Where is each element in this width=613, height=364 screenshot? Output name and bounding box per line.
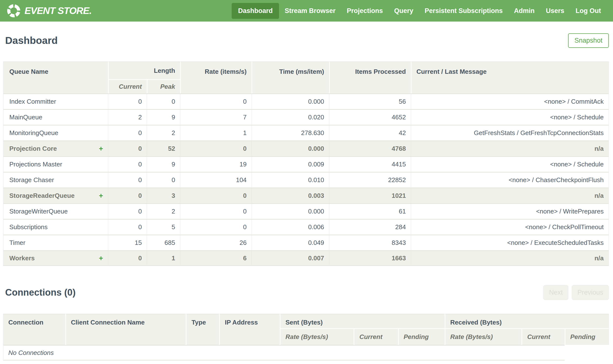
col-sent-bytes: Sent (Bytes) <box>280 314 445 329</box>
col-ip-address: IP Address <box>219 314 280 345</box>
col-client-connection-name: Client Connection Name <box>65 314 186 345</box>
queue-current: 15 <box>108 234 147 250</box>
queue-peak: 1 <box>147 250 180 266</box>
queue-items-processed: 1663 <box>329 250 411 266</box>
queue-name-label: Projection Core <box>9 145 57 153</box>
queue-time: 0.000 <box>252 203 329 219</box>
queue-message: <none> / CheckPollTimeout <box>411 219 609 234</box>
expand-projection-core-button[interactable]: + <box>99 145 103 152</box>
queue-rate: 0 <box>180 187 252 203</box>
col-sent-pending: Pending <box>398 329 445 345</box>
next-button[interactable]: Next <box>543 285 568 300</box>
queue-peak: 5 <box>147 219 180 234</box>
queue-row-timer: Timer15685260.0498343<none> / ExecuteSch… <box>3 234 609 250</box>
queue-rate: 19 <box>180 156 252 172</box>
queue-name-label: StorageWriterQueue <box>9 208 68 215</box>
nav-item-projections[interactable]: Projections <box>341 3 388 19</box>
nav-item-admin[interactable]: Admin <box>508 3 540 19</box>
nav-item-query[interactable]: Query <box>388 3 419 19</box>
queue-row-projections-master: Projections Master09190.0094415<none> / … <box>3 156 609 172</box>
queue-row-storage-chaser: Storage Chaser001040.01022852<none> / Ch… <box>3 172 609 187</box>
col-message: Current / Last Message <box>411 62 609 93</box>
queue-peak: 9 <box>147 156 180 172</box>
queue-name-label: MainQueue <box>9 114 42 121</box>
no-connections-row: No Connections <box>3 345 609 361</box>
col-sent-rate: Rate (Bytes/s) <box>280 329 354 345</box>
queue-row-projection-core: Projection Core+05200.0004768n/a <box>3 141 609 156</box>
col-received-current: Current <box>521 329 564 345</box>
queue-name-label: Index Committer <box>9 98 56 105</box>
queues-table-header: Queue Name Length Rate (items/s) Time (m… <box>3 62 609 93</box>
queue-name-label: Timer <box>9 239 25 247</box>
col-items-processed: Items Processed <box>329 62 411 93</box>
queue-time: 0.000 <box>252 141 329 156</box>
nav-item-log-out[interactable]: Log Out <box>570 3 607 19</box>
expand-workers-button[interactable]: + <box>99 255 103 262</box>
connections-header: Connections (0) Next Previous <box>3 285 609 300</box>
queue-items-processed: 4768 <box>329 141 411 156</box>
pagination-buttons: Next Previous <box>543 285 609 300</box>
queue-items-processed: 56 <box>329 93 411 109</box>
queue-peak: 2 <box>147 203 180 219</box>
queue-time: 0.003 <box>252 187 329 203</box>
col-length-peak: Peak <box>147 80 180 93</box>
no-connections-message: No Connections <box>3 345 565 361</box>
queue-message: <none> / CommitAck <box>411 93 609 109</box>
nav-item-users[interactable]: Users <box>540 3 570 19</box>
queue-time: 0.000 <box>252 93 329 109</box>
nav-item-persistent-subscriptions[interactable]: Persistent Subscriptions <box>419 3 508 19</box>
previous-button[interactable]: Previous <box>572 285 609 300</box>
col-type: Type <box>186 314 219 345</box>
snapshot-button[interactable]: Snapshot <box>568 33 609 48</box>
col-length: Length <box>108 62 180 80</box>
col-received-rate: Rate (Bytes/s) <box>445 329 522 345</box>
queue-rate: 0 <box>180 141 252 156</box>
queue-current: 0 <box>108 156 147 172</box>
queue-message: <none> / WritePrepares <box>411 203 609 219</box>
queue-peak: 52 <box>147 141 180 156</box>
page-header: Dashboard Snapshot <box>3 33 609 48</box>
queue-current: 0 <box>108 125 147 141</box>
col-queue-name: Queue Name <box>3 62 108 93</box>
queue-name-label: Workers <box>9 254 35 262</box>
queue-message: <none> / Schedule <box>411 109 609 125</box>
queues-table: Queue Name Length Rate (items/s) Time (m… <box>3 62 609 266</box>
queue-rate: 7 <box>180 109 252 125</box>
queue-current: 2 <box>108 109 147 125</box>
queue-peak: 685 <box>147 234 180 250</box>
col-connection: Connection <box>3 314 65 345</box>
connections-table-header: Connection Client Connection Name Type I… <box>3 314 609 345</box>
queue-items-processed: 61 <box>329 203 411 219</box>
queue-row-storagereaderqueue: StorageReaderQueue+0300.0031021n/a <box>3 187 609 203</box>
queue-items-processed: 8343 <box>329 234 411 250</box>
queue-name-label: StorageReaderQueue <box>9 192 75 199</box>
queue-rate: 26 <box>180 234 252 250</box>
queue-items-processed: 4415 <box>329 156 411 172</box>
queue-rate: 104 <box>180 172 252 187</box>
col-sent-current: Current <box>354 329 398 345</box>
queue-current: 0 <box>108 219 147 234</box>
queue-peak: 2 <box>147 125 180 141</box>
brand-logo[interactable]: EVENT STORE. <box>7 4 92 18</box>
queue-current: 0 <box>108 187 147 203</box>
queue-time: 278.630 <box>252 125 329 141</box>
queue-rate: 1 <box>180 125 252 141</box>
queue-name-label: Subscriptions <box>9 223 48 231</box>
page-title: Dashboard <box>5 35 58 46</box>
brand-name: EVENT STORE. <box>25 5 92 16</box>
expand-storagereaderqueue-button[interactable]: + <box>99 192 103 199</box>
event-store-ring-icon <box>7 4 21 18</box>
nav-item-dashboard[interactable]: Dashboard <box>232 3 279 19</box>
col-rate: Rate (items/s) <box>180 62 252 93</box>
queue-time: 0.010 <box>252 172 329 187</box>
queue-time: 0.009 <box>252 156 329 172</box>
main-content: Dashboard Snapshot Queue Name Length Rat… <box>0 33 613 361</box>
queue-name-label: Projections Master <box>9 161 62 168</box>
queue-current: 0 <box>108 93 147 109</box>
queue-row-index-committer: Index Committer0000.00056<none> / Commit… <box>3 93 609 109</box>
queue-rate: 0 <box>180 93 252 109</box>
queue-rate: 6 <box>180 250 252 266</box>
nav-item-stream-browser[interactable]: Stream Browser <box>279 3 341 19</box>
queue-table-body: Index Committer0000.00056<none> / Commit… <box>3 93 609 266</box>
queue-rate: 0 <box>180 219 252 234</box>
